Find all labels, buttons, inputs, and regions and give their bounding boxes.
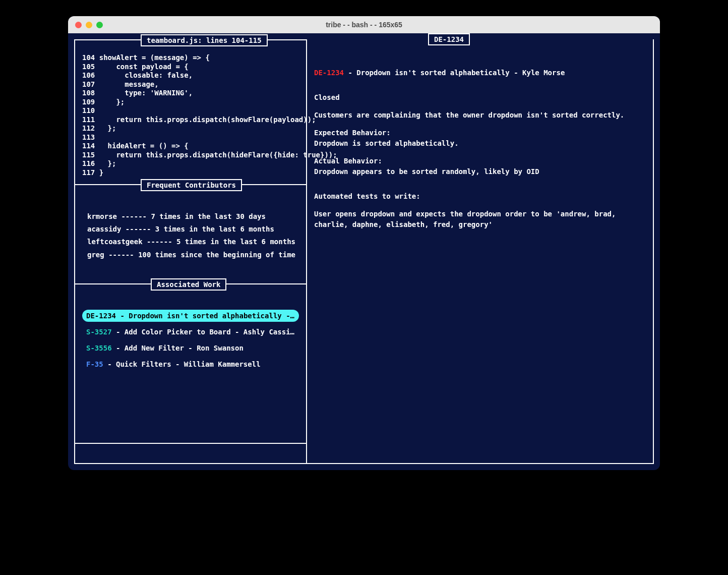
work-item-id: F-35 bbox=[86, 360, 103, 368]
code-line: 115 return this.props.dispatch(hideFlare… bbox=[82, 151, 299, 160]
ticket-status: Closed bbox=[314, 92, 646, 103]
line-number: 116 bbox=[82, 159, 95, 168]
ticket-detail-legend: DE-1234 bbox=[428, 33, 470, 45]
code-line: 113 bbox=[82, 133, 299, 142]
code-line: 104showAlert = (message) => { bbox=[82, 53, 299, 63]
contributor-line: leftcoastgeek ------ 5 times in the last… bbox=[87, 236, 297, 248]
work-item[interactable]: S-3527 - Add Color Picker to Board - Ash… bbox=[82, 326, 299, 338]
terminal-window: tribe - - bash - - 165x65 teamboard.js: … bbox=[68, 16, 660, 470]
line-number: 106 bbox=[82, 71, 95, 80]
zoom-icon[interactable] bbox=[96, 22, 103, 28]
actual-block: Actual Behavior: Dropdown appears to be … bbox=[314, 156, 646, 177]
associated-work-panel: Associated Work DE-1234 - Dropdown isn't… bbox=[74, 284, 306, 444]
ticket-description: Customers are complaining that the owner… bbox=[314, 110, 646, 121]
line-text: message, bbox=[99, 80, 159, 88]
line-text: return this.props.dispatch(hideFlare({hi… bbox=[99, 151, 337, 159]
code-line: 108 type: 'WARNING', bbox=[82, 89, 299, 98]
code-panel-legend: teamboard.js: lines 104-115 bbox=[141, 34, 268, 46]
code-line: 110 bbox=[82, 106, 299, 116]
contributors-list: krmorse ------ 7 times in the last 30 da… bbox=[82, 198, 299, 263]
expected-label: Expected Behavior: bbox=[314, 128, 646, 138]
line-text: hideAlert = () => { bbox=[99, 142, 189, 150]
work-item-rest: - Add New Filter - Ron Swanson bbox=[112, 344, 244, 352]
line-number: 113 bbox=[82, 133, 95, 142]
traffic-lights bbox=[68, 22, 103, 28]
work-item-rest: - Dropdown isn't sorted alphabetically -… bbox=[116, 312, 299, 320]
line-number: 108 bbox=[82, 89, 95, 98]
ticket-title: DE-1234 - Dropdown isn't sorted alphabet… bbox=[314, 68, 646, 78]
line-number: 110 bbox=[82, 106, 95, 116]
work-item[interactable]: F-35 - Quick Filters - William Kammersel… bbox=[82, 358, 299, 370]
code-line: 106 closable: false, bbox=[82, 71, 299, 80]
code-line: 114 hideAlert = () => { bbox=[82, 142, 299, 151]
associated-work-legend: Associated Work bbox=[151, 278, 226, 291]
ticket-detail-panel: DE-1234 DE-1234 - Dropdown isn't sorted … bbox=[306, 39, 654, 464]
contributor-line: acassidy ------ 3 times in the last 6 mo… bbox=[87, 223, 297, 236]
line-text: type: 'WARNING', bbox=[99, 89, 193, 97]
code-line: 117} bbox=[82, 168, 299, 178]
ticket-id: DE-1234 bbox=[314, 69, 344, 77]
code-line: 107 message, bbox=[82, 80, 299, 89]
work-item-id: DE-1234 bbox=[86, 312, 116, 320]
tui-surface: teamboard.js: lines 104-115 104showAlert… bbox=[68, 33, 660, 470]
tests-text: User opens dropdown and expects the drop… bbox=[314, 209, 646, 230]
code-panel: teamboard.js: lines 104-115 104showAlert… bbox=[74, 39, 306, 185]
work-item-id: S-3527 bbox=[86, 328, 112, 336]
work-item[interactable]: DE-1234 - Dropdown isn't sorted alphabet… bbox=[82, 310, 299, 322]
minimize-icon[interactable] bbox=[86, 22, 92, 28]
line-number: 115 bbox=[82, 151, 95, 160]
line-number: 104 bbox=[82, 53, 95, 63]
work-item-rest: - Add Color Picker to Board - Ashly Cass… bbox=[112, 328, 299, 336]
contributors-panel: Frequent Contributors krmorse ------ 7 t… bbox=[74, 185, 306, 284]
contributors-panel-legend: Frequent Contributors bbox=[141, 179, 242, 191]
line-text: }; bbox=[99, 98, 125, 106]
footer-strip bbox=[74, 444, 306, 464]
close-icon[interactable] bbox=[75, 22, 82, 28]
expected-block: Expected Behavior: Dropdown is sorted al… bbox=[314, 128, 646, 149]
code-line: 109 }; bbox=[82, 98, 299, 107]
line-number: 114 bbox=[82, 142, 95, 151]
line-text: closable: false, bbox=[99, 71, 193, 79]
work-item[interactable]: S-3556 - Add New Filter - Ron Swanson bbox=[82, 342, 299, 354]
line-text: const payload = { bbox=[99, 63, 189, 71]
line-number: 107 bbox=[82, 80, 95, 89]
code-line: 111 return this.props.dispatch(showFlare… bbox=[82, 116, 299, 125]
line-text: }; bbox=[99, 124, 116, 132]
actual-text: Dropdown appears to be sorted randomly, … bbox=[314, 166, 646, 177]
window-title: tribe - - bash - - 165x65 bbox=[68, 21, 660, 29]
work-item-rest: - Quick Filters - William Kammersell bbox=[103, 360, 261, 368]
code-line: 105 const payload = { bbox=[82, 63, 299, 72]
line-number: 109 bbox=[82, 98, 95, 107]
expected-text: Dropdown is sorted alphabetically. bbox=[314, 138, 646, 149]
line-text: } bbox=[99, 168, 103, 177]
line-text: }; bbox=[99, 159, 116, 167]
line-number: 111 bbox=[82, 116, 95, 125]
contributor-line: krmorse ------ 7 times in the last 30 da… bbox=[87, 210, 297, 223]
line-text: return this.props.dispatch(showFlare(pay… bbox=[99, 116, 316, 124]
line-number: 117 bbox=[82, 168, 95, 178]
code-body: 104showAlert = (message) => {105 const p… bbox=[82, 53, 299, 177]
contributor-line: greg ------ 100 times since the beginnin… bbox=[87, 249, 297, 261]
line-number: 105 bbox=[82, 63, 95, 72]
titlebar[interactable]: tribe - - bash - - 165x65 bbox=[68, 16, 660, 33]
work-item-id: S-3556 bbox=[86, 344, 112, 352]
code-line: 116 }; bbox=[82, 159, 299, 168]
line-number: 112 bbox=[82, 124, 95, 133]
actual-label: Actual Behavior: bbox=[314, 156, 646, 166]
tests-label: Automated tests to write: bbox=[314, 191, 646, 202]
ticket-title-rest: - Dropdown isn't sorted alphabetically -… bbox=[344, 69, 565, 77]
code-line: 112 }; bbox=[82, 124, 299, 133]
line-text: showAlert = (message) => { bbox=[99, 53, 210, 62]
associated-work-list: DE-1234 - Dropdown isn't sorted alphabet… bbox=[82, 298, 299, 370]
